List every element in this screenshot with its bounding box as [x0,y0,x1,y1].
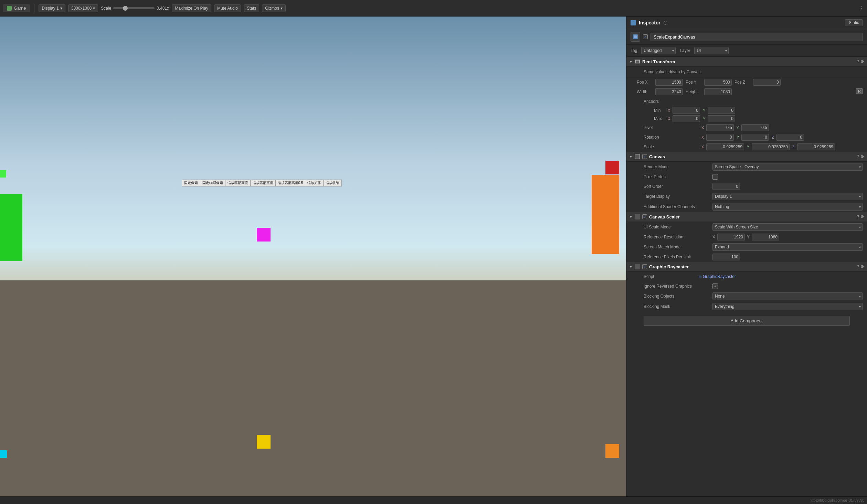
pos-xyz-row: Pos X Pos Y Pos Z [626,77,867,87]
gizmos-button[interactable]: Gizmos ▾ [262,4,286,12]
anchors-min-x-label: X [668,108,671,112]
tab-more-button[interactable]: ⋮ [859,5,864,11]
overlay-item-4[interactable]: 缩放匹配高度0.5 [276,180,306,186]
object-enabled-checkbox[interactable] [643,34,648,39]
rect-icon-inner [635,60,640,63]
anchors-max-label: Max [654,116,668,121]
overlay-item-5[interactable]: 缩放拓张 [305,180,324,186]
rot-z-group: Z [772,134,804,141]
anchors-max-x-group: X [668,115,700,122]
rot-z-input[interactable] [776,134,804,141]
target-display-row: Target Display Display 1 [626,191,867,202]
pivot-values: X Y [701,124,863,131]
pos-y-input[interactable] [704,79,732,86]
canvas-scaler-settings-btn[interactable]: ⚙ [860,214,864,219]
block-small-green [0,170,6,178]
layer-select[interactable]: UI [694,47,729,54]
tag-layer-row: Tag Untagged Layer UI [626,45,867,57]
object-name-input[interactable] [651,33,863,41]
anchors-max-x-label: X [668,117,671,121]
graphic-raycaster-enabled-checkbox[interactable] [642,264,647,269]
pixel-perfect-row: Pixel Perfect [626,172,867,182]
anchors-max-x-input[interactable] [673,115,700,122]
resolution-selector[interactable]: 3000x1000 ▾ [68,4,98,12]
width-group: Width [637,88,683,95]
overlay-item-6[interactable]: 缩放收缩 [324,180,341,186]
canvas-section-header[interactable]: ▼ Canvas ? ⚙ [626,152,867,162]
scale-y-input[interactable] [752,143,790,150]
rect-transform-section-header[interactable]: ▼ Rect Transform ? ⚙ [626,57,867,67]
rect-transform-settings-btn[interactable]: ⚙ [860,59,864,64]
anchors-min-x-input[interactable] [673,107,700,114]
display-selector[interactable]: Display 1 ▾ [39,4,65,12]
blocking-mask-row: Blocking Mask Everything [626,301,867,312]
rect-transform-help-btn[interactable]: ? [857,59,859,64]
scale-thumb[interactable] [123,6,128,11]
mute-audio-button[interactable]: Mute Audio [214,4,241,12]
width-input[interactable] [655,88,683,95]
stats-button[interactable]: Stats [244,4,259,12]
pos-z-input[interactable] [753,79,781,86]
anchors-max-y-group: Y [703,115,735,122]
anchors-max-y-input[interactable] [708,115,735,122]
canvas-scaler-help-btn[interactable]: ? [857,214,859,219]
pivot-x-input[interactable] [706,124,734,131]
overlay-item-2[interactable]: 缩放匹配高度 [225,180,251,186]
graphic-raycaster-arrow: ▼ [629,265,633,269]
game-tab[interactable]: Game [3,4,30,12]
pixel-perfect-checkbox[interactable] [712,174,718,180]
target-display-select[interactable]: Display 1 [712,193,863,200]
ui-scale-mode-select[interactable]: Scale With Screen Size [712,223,863,231]
canvas-scaler-enabled-checkbox[interactable] [642,214,647,219]
additional-shader-select[interactable]: Nothing [712,203,863,211]
object-icon [631,32,640,42]
overlay-item-1[interactable]: 固定物理像素 [200,180,225,186]
ref-pixels-label: Reference Pixels Per Unit [644,255,712,259]
block-orange-bottom-right [605,444,619,458]
pivot-y-input[interactable] [741,124,769,131]
rect-transform-info: Some values driven by Canvas. [626,67,867,77]
canvas-settings-btn[interactable]: ⚙ [860,154,864,159]
r-button[interactable]: R [856,88,863,94]
blocking-objects-select[interactable]: None [712,292,863,300]
canvas-help-btn[interactable]: ? [857,154,859,159]
display-label: Display 1 [42,6,59,11]
tag-select[interactable]: Untagged [641,47,676,54]
ref-pixels-input[interactable] [712,254,740,260]
overlay-item-0[interactable]: 固定像素 [182,180,200,186]
graphic-raycaster-section-header[interactable]: ▼ Graphic Raycaster ? ⚙ [626,262,867,272]
sort-order-input[interactable] [712,183,740,190]
canvas-icon-inner [635,154,640,159]
script-name: GraphicRaycaster [703,274,736,279]
screen-match-select[interactable]: Expand [712,243,863,251]
inspector-maximize-button[interactable]: ⬡ [663,20,667,25]
pos-x-input[interactable] [655,79,683,86]
render-mode-select[interactable]: Screen Space - Overlay [712,163,863,171]
static-button[interactable]: Static [845,19,863,26]
canvas-scaler-section-header[interactable]: ▼ Canvas Scaler ? ⚙ [626,212,867,222]
canvas-enabled-checkbox[interactable] [642,154,647,159]
ref-res-y-input[interactable] [752,234,779,240]
graphic-raycaster-settings-btn[interactable]: ⚙ [860,264,864,269]
add-component-button[interactable]: Add Component [644,316,850,326]
graphic-raycaster-header-btns: ? ⚙ [857,264,864,269]
anchors-min-y-input[interactable] [708,107,735,114]
maximize-on-play-button[interactable]: Maximize On Play [172,4,211,12]
rot-y-group: Y [737,134,769,141]
ref-res-x-input[interactable] [717,234,745,240]
scale-z-input[interactable] [797,143,835,150]
overlay-toolbar: 固定像素 固定物理像素 缩放匹配高度 缩放匹配宽度 缩放匹配高度0.5 缩放拓张… [182,180,342,186]
reference-resolution-label: Reference Resolution [644,235,712,239]
overlay-item-3[interactable]: 缩放匹配宽度 [251,180,276,186]
height-input[interactable] [704,88,732,95]
rot-x-input[interactable] [706,134,734,141]
ignore-reversed-checkbox[interactable] [712,283,718,289]
rot-y-input[interactable] [741,134,769,141]
scale-x-input[interactable] [706,143,744,150]
ref-res-x-label: X [712,235,715,239]
pivot-label: Pivot [644,125,699,130]
scale-track[interactable] [113,7,155,9]
scale-x-group: X [701,143,744,150]
graphic-raycaster-help-btn[interactable]: ? [857,264,859,269]
blocking-mask-select[interactable]: Everything [712,303,863,310]
